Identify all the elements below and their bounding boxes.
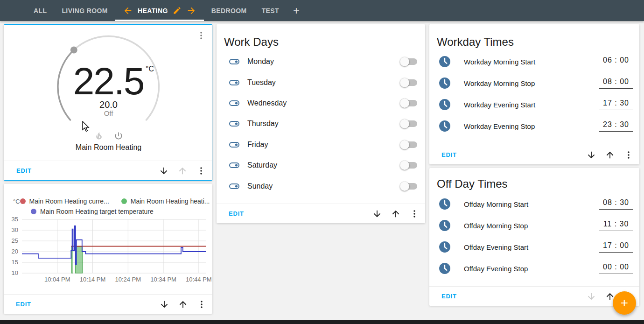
svg-text:30: 30 (12, 226, 18, 233)
day-row: Thursday (217, 113, 425, 134)
move-card-down-icon[interactable] (372, 209, 382, 219)
toggle-entity-icon (229, 77, 240, 88)
time-input[interactable]: 00 : 00 (599, 263, 633, 274)
time-input[interactable]: 06 : 00 (599, 56, 633, 67)
svg-text:20: 20 (12, 248, 18, 255)
svg-text:10: 10 (12, 269, 18, 276)
svg-text:10:14 PM: 10:14 PM (80, 276, 106, 283)
time-label: Workday Morning Stop (464, 79, 599, 87)
clock-icon (439, 77, 451, 89)
card-footer: EDIT (429, 145, 639, 164)
card-footer: EDIT (429, 286, 639, 306)
edit-button[interactable]: EDIT (229, 204, 244, 224)
toggle-entity-icon (229, 160, 240, 171)
time-input[interactable]: 08 : 00 (599, 77, 633, 89)
app-screen: ALL LIVING ROOM HEATING BEDROOM TEST + (0, 0, 644, 324)
move-card-down-icon[interactable] (586, 291, 596, 302)
day-row: Friday (217, 134, 425, 155)
time-label: Offday Morning Stop (464, 222, 599, 230)
time-row: Offday Morning Start 08 : 30 (429, 193, 639, 215)
day-row: Tuesday (217, 72, 425, 92)
day-toggle-switch[interactable] (400, 57, 419, 66)
off-day-times-card: Off Day Times Offday Morning Start 08 : … (429, 168, 639, 306)
time-row: Workday Evening Start 17 : 30 (429, 94, 639, 115)
tab-bedroom[interactable]: BEDROOM (204, 0, 254, 21)
edit-button[interactable]: EDIT (16, 161, 32, 181)
day-label: Monday (247, 57, 400, 66)
history-graph: 10152025303510:04 PM10:14 PM10:24 PM10:3… (4, 184, 212, 294)
tab-living-room[interactable]: LIVING ROOM (54, 0, 115, 21)
move-card-up-icon[interactable] (605, 150, 615, 160)
clock-icon (439, 219, 451, 232)
move-card-up-icon[interactable] (177, 166, 188, 176)
day-list: Monday Tuesday (217, 51, 425, 197)
time-list: Offday Morning Start 08 : 30 Offday Morn… (429, 193, 639, 279)
day-toggle-switch[interactable] (400, 99, 419, 108)
card-title: Workday Times (437, 35, 514, 49)
clock-icon (439, 241, 451, 253)
day-toggle-switch[interactable] (400, 78, 419, 87)
target-temperature: 20.0 (4, 99, 213, 110)
toggle-knob[interactable] (400, 182, 409, 191)
edit-tab-pencil-icon[interactable] (173, 6, 182, 15)
add-card-fab[interactable]: + (613, 291, 636, 315)
day-toggle-switch[interactable] (400, 182, 419, 191)
tab-all[interactable]: ALL (26, 0, 54, 21)
move-card-down-icon[interactable] (159, 166, 169, 176)
edit-button[interactable]: EDIT (441, 145, 457, 165)
toggle-knob[interactable] (400, 119, 409, 128)
day-label: Saturday (247, 161, 400, 169)
time-row: Workday Morning Start 06 : 00 (429, 51, 639, 72)
power-off-icon[interactable] (114, 131, 123, 141)
move-card-down-icon[interactable] (159, 299, 169, 310)
move-tab-left-icon[interactable] (123, 6, 133, 16)
day-toggle-switch[interactable] (400, 119, 419, 128)
toggle-entity-icon (229, 56, 240, 67)
time-input[interactable]: 11 : 30 (599, 220, 633, 231)
move-card-down-icon[interactable] (586, 150, 596, 160)
svg-text:10:44 PM: 10:44 PM (186, 276, 212, 283)
add-tab-button[interactable]: + (287, 0, 306, 21)
entity-name: Main Room Heating (4, 143, 213, 152)
toggle-knob[interactable] (400, 161, 409, 170)
edit-button[interactable]: EDIT (441, 287, 457, 306)
move-tab-right-icon[interactable] (186, 6, 196, 16)
day-toggle-switch[interactable] (400, 161, 419, 170)
thermostat-card: 22.5 °C 20.0 Off Main Room Heating EDIT (4, 24, 212, 181)
toggle-entity-icon (229, 118, 240, 129)
day-row: Monday (217, 51, 425, 72)
toggle-knob[interactable] (400, 78, 409, 87)
footer-kebab-icon[interactable] (196, 299, 207, 310)
history-chart-card: °C Main Room Heating curre... Main Room … (4, 184, 212, 314)
time-input[interactable]: 08 : 30 (599, 198, 633, 210)
svg-text:10:24 PM: 10:24 PM (115, 276, 141, 283)
edit-button[interactable]: EDIT (16, 295, 31, 314)
time-label: Offday Evening Stop (464, 265, 599, 273)
toggle-knob[interactable] (400, 140, 409, 149)
svg-text:10:04 PM: 10:04 PM (44, 276, 70, 283)
dial-handle[interactable] (70, 47, 77, 54)
day-label: Sunday (247, 182, 400, 190)
time-input[interactable]: 23 : 30 (599, 120, 633, 132)
footer-kebab-icon[interactable] (196, 166, 206, 176)
time-input[interactable]: 17 : 00 (599, 241, 633, 253)
svg-text:15: 15 (12, 259, 18, 266)
move-card-up-icon[interactable] (178, 299, 188, 310)
toggle-knob[interactable] (400, 99, 409, 108)
toggle-knob[interactable] (400, 57, 409, 66)
clock-icon (439, 56, 451, 68)
svg-text:10:34 PM: 10:34 PM (150, 276, 176, 283)
hvac-state: Off (4, 109, 213, 117)
tab-test[interactable]: TEST (254, 0, 287, 21)
time-row: Offday Morning Stop 11 : 30 (429, 215, 639, 236)
day-toggle-switch[interactable] (400, 140, 419, 149)
time-label: Workday Morning Start (464, 58, 599, 66)
footer-kebab-icon[interactable] (409, 209, 420, 219)
move-card-up-icon[interactable] (391, 209, 401, 219)
time-input[interactable]: 17 : 30 (599, 99, 633, 110)
card-title: Work Days (224, 35, 279, 49)
tab-heating[interactable]: HEATING (115, 0, 204, 21)
heat-mode-flame-icon[interactable] (94, 131, 104, 141)
card-footer: EDIT (4, 294, 212, 314)
footer-kebab-icon[interactable] (623, 150, 634, 160)
